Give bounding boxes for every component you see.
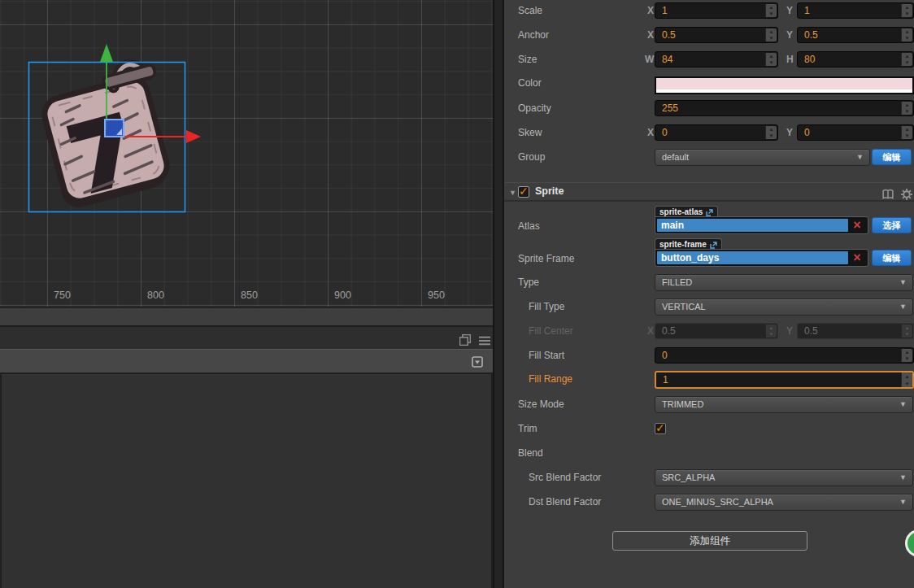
dropdown-arrow-icon <box>899 299 907 315</box>
opacity-label: Opacity <box>518 100 551 116</box>
dst-blend-dropdown[interactable]: ONE_MINUS_SRC_ALPHA <box>655 494 913 511</box>
scale-row: Scale X 1 Y 1 <box>504 2 914 20</box>
scene-sprite[interactable]: 7 <box>34 59 185 219</box>
fill-center-x-input: 0.5 <box>655 323 778 339</box>
panel-divider[interactable] <box>493 0 504 588</box>
trim-label: Trim <box>518 420 538 437</box>
anchor-x-input[interactable]: 0.5 <box>655 27 778 43</box>
bottom-panel-content[interactable] <box>0 372 493 588</box>
inspector-panel: Scale X 1 Y 1 Anchor X 0.5 Y 0.5 <box>504 0 914 588</box>
size-label: Size <box>518 51 537 68</box>
fill-start-row: Fill Start 0 <box>504 347 914 365</box>
stepper-icon[interactable] <box>765 126 777 139</box>
group-dropdown[interactable]: default <box>655 149 870 166</box>
stepper-icon[interactable] <box>901 349 912 362</box>
atlas-asset-field[interactable]: main <box>655 216 868 234</box>
sprite-frame-row: Sprite Frame button_days 编辑 <box>504 249 914 267</box>
skew-label: Skew <box>518 124 542 141</box>
fill-start-input[interactable]: 0 <box>655 347 914 364</box>
stepper-icon[interactable] <box>765 53 777 66</box>
axis-h-label: H <box>786 51 794 68</box>
blend-row: Blend <box>504 445 914 463</box>
trim-row: Trim <box>504 420 914 438</box>
atlas-label: Atlas <box>518 218 540 234</box>
help-doc-icon[interactable] <box>882 189 894 200</box>
src-blend-dropdown[interactable]: SRC_ALPHA <box>655 469 913 486</box>
scene-canvas[interactable]: 7 <box>0 0 493 307</box>
group-edit-button[interactable]: 编辑 <box>872 149 912 165</box>
scale-label: Scale <box>518 2 542 19</box>
size-mode-row: Size Mode TRIMMED <box>504 396 914 414</box>
ruler-tick-900: 900 <box>334 290 351 301</box>
axis-y-label: Y <box>786 2 793 19</box>
sprite-frame-asset-value[interactable]: button_days <box>657 251 848 264</box>
add-component-button[interactable]: 添加组件 <box>612 531 807 551</box>
stepper-icon[interactable] <box>901 102 912 115</box>
scale-x-input[interactable]: 1 <box>655 2 778 19</box>
stepper-icon[interactable] <box>765 28 777 41</box>
trim-checkbox[interactable] <box>655 423 666 434</box>
stepper-icon <box>901 324 912 338</box>
panel-layout-icon[interactable] <box>459 334 471 346</box>
panel-menu-icon[interactable] <box>479 335 490 346</box>
skew-row: Skew X 0 Y 0 <box>504 124 914 142</box>
sprite-frame-label: Sprite Frame <box>518 250 574 267</box>
axis-x-label: X <box>647 2 654 19</box>
axis-w-label: W <box>645 51 654 68</box>
color-label: Color <box>518 75 542 91</box>
axis-y-label: Y <box>786 27 793 43</box>
fill-start-label: Fill Start <box>529 347 564 364</box>
stepper-icon[interactable] <box>901 53 912 66</box>
skew-y-input[interactable]: 0 <box>797 124 914 141</box>
size-mode-label: Size Mode <box>518 396 564 412</box>
clear-sprite-frame-icon[interactable] <box>850 250 864 266</box>
axis-x-label: X <box>647 323 654 339</box>
size-row: Size W 84 H 80 <box>504 51 914 69</box>
color-swatch[interactable] <box>655 76 914 94</box>
sprite-enabled-checkbox[interactable] <box>518 186 529 198</box>
dropdown-arrow-icon <box>899 397 907 412</box>
collapse-dropdown-icon[interactable] <box>472 356 483 368</box>
stepper-icon[interactable] <box>901 126 912 139</box>
dropdown-arrow-icon <box>899 494 907 510</box>
group-row: Group default 编辑 <box>504 149 914 167</box>
sprite-frame-asset-field[interactable]: button_days <box>655 249 868 267</box>
size-w-input[interactable]: 84 <box>655 51 778 68</box>
sprite-frame-edit-button[interactable]: 编辑 <box>872 250 912 266</box>
size-mode-dropdown[interactable]: TRIMMED <box>655 396 913 413</box>
color-row: Color <box>504 75 914 93</box>
blend-label: Blend <box>518 445 543 461</box>
bottom-panel-toolbar <box>0 349 493 372</box>
scene-view[interactable]: 7 <box>0 0 493 307</box>
skew-x-input[interactable]: 0 <box>655 124 778 141</box>
scale-y-input[interactable]: 1 <box>797 2 914 19</box>
stepper-icon[interactable] <box>901 372 912 387</box>
ruler-tick-950: 950 <box>428 290 445 301</box>
dst-blend-label: Dst Blend Factor <box>529 494 601 510</box>
anchor-label: Anchor <box>518 27 549 43</box>
anchor-y-input[interactable]: 0.5 <box>797 27 914 43</box>
scene-scrollbar-strip[interactable] <box>0 307 493 325</box>
anchor-row: Anchor X 0.5 Y 0.5 <box>504 27 914 45</box>
fill-type-dropdown[interactable]: VERTICAL <box>655 298 913 316</box>
stepper-icon[interactable] <box>901 28 912 41</box>
atlas-asset-value[interactable]: main <box>657 219 848 232</box>
collapse-arrow-icon[interactable] <box>509 189 516 197</box>
atlas-select-button[interactable]: 选择 <box>872 217 912 233</box>
src-blend-label: Src Blend Factor <box>529 469 601 486</box>
fill-range-label: Fill Range <box>529 371 572 387</box>
type-row: Type FILLED <box>504 274 914 292</box>
gizmo-anchor-handle[interactable] <box>105 120 124 137</box>
stepper-icon[interactable] <box>765 4 777 17</box>
stepper-icon[interactable] <box>901 4 912 17</box>
fill-range-input[interactable]: 1 <box>655 371 914 389</box>
opacity-input[interactable]: 255 <box>655 100 914 116</box>
fill-center-y-input: 0.5 <box>797 323 914 339</box>
gear-icon[interactable] <box>901 189 912 200</box>
ruler-tick-850: 850 <box>241 290 258 301</box>
clear-atlas-icon[interactable] <box>850 217 864 233</box>
sprite-component-header[interactable]: Sprite <box>504 182 914 202</box>
type-dropdown[interactable]: FILLED <box>655 274 913 291</box>
fill-center-label: Fill Center <box>529 323 573 339</box>
size-h-input[interactable]: 80 <box>797 51 914 68</box>
